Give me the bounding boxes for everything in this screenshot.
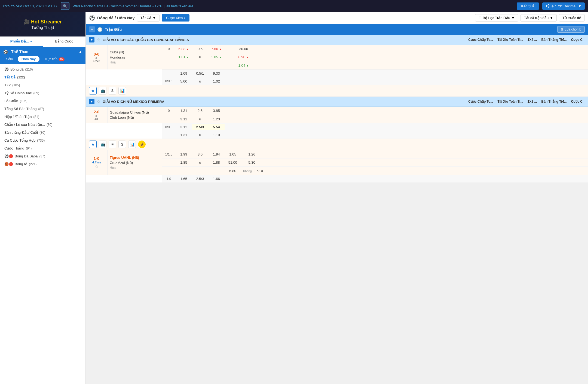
ou-051[interactable]: 0.5/1 [192,70,208,77]
ou-g253[interactable]: 2.5/3 [192,124,208,130]
time-tab-som[interactable]: Sớm [2,56,17,62]
team-guadalajara[interactable]: Guadalajara Chivas (Nữ) [110,110,160,115]
odds-g312[interactable]: 3.12 [176,116,192,122]
sidebar-item-le-chan[interactable]: Lẻ/Chẵn (106) [0,97,85,105]
sidebar-item-ca-cuoc-tong-hop[interactable]: Cá Cược Tổng Hợp (735) [0,136,85,144]
sidebar-item-bong-ro[interactable]: 🏀🔴 Bóng rổ (221) [0,160,85,168]
ou-05[interactable]: 0.5 [192,46,208,52]
ou-t253[interactable]: 2.5/3 [192,176,208,182]
odds-t199[interactable]: 1.99 [176,151,192,157]
odds-t166[interactable]: 1.66 [208,176,225,182]
team-cruzazul[interactable]: Cruz Azul (Nữ) [110,160,160,165]
sidebar-item-chan-le-nua-tran[interactable]: Chẵn / Lẻ của Nửa trận... (80) [0,121,85,129]
section-concacaf: ▼ ☆ GIẢI VÔ ĐỊCH CÁC QUỐC GIA CONCACAF B… [86,35,588,96]
ty-le-cuoc-dropdown[interactable]: Tỷ lệ cược Decimal ▼ [542,2,585,10]
odds-109[interactable]: 1.09 [176,70,192,77]
odds-500[interactable]: 5.00 [176,78,192,84]
ou-u2[interactable]: u [192,78,208,84]
odds-t-nkhong[interactable]: Không ... 7.10 [241,168,265,174]
team-honduras[interactable]: Honduras [110,55,160,60]
odds-688[interactable]: 6.88 ▲ [176,46,192,52]
match-time-tigres: H.Time [92,161,101,164]
odds-g110[interactable]: 1.10 [208,132,225,138]
match-star-tigres[interactable]: ☆ [95,164,99,169]
sidebar-item-1x2[interactable]: 1X2 (105) [0,81,85,89]
section-collapse-btn[interactable]: ▼ [89,37,94,42]
sidebar-item-tong-so-ban-thang[interactable]: Tổng Số Bàn Thắng (87) [0,105,85,113]
tab-phieu-dat[interactable]: Phiếu Đặ... ▼ [0,36,43,47]
odds-104[interactable]: 1.04 ▼ [233,62,255,69]
odds-t105[interactable]: 1.05 [225,151,241,157]
team-leon[interactable]: Club Leon (Nữ) [110,115,160,120]
action-tv-btn[interactable]: 📺 [99,87,106,95]
odds-690[interactable]: 6.90 ▲ [233,54,255,60]
main-content: ⚽ Bóng đá / Hôm Nay Tất Cả ▼ Cược Xiên ›… [86,12,588,384]
odds-102[interactable]: 1.02 [208,78,225,84]
sidebar-item-hiep1[interactable]: Hiệp 1/Toàn Trận (81) [0,113,85,121]
action-coin-btn[interactable]: 💰 [138,141,146,148]
tab-bang-cuoc[interactable]: Bảng Cược [43,36,85,47]
lua-chon-button[interactable]: ⊟ Lựa chọn b [557,26,585,33]
action-star-btn[interactable]: ★ [89,87,97,95]
handicap-0[interactable]: 0 [162,46,176,52]
ou-gu2[interactable]: u [192,132,208,138]
sidebar-item-ban-thang-dau-cuoi[interactable]: Bàn thắng Đầu/ Cuối (80) [0,129,85,136]
team-cuba[interactable]: Cuba (N) [110,50,160,55]
odds-g3122[interactable]: 3.12 [176,124,192,130]
action-dollar2-btn[interactable]: $ [118,141,126,148]
odds-g131[interactable]: 1.31 [176,108,192,114]
sidebar-item-cuoc-thang[interactable]: Cược Thắng (94) [0,144,85,152]
ou-tu[interactable]: u [192,159,208,166]
odds-g554[interactable]: 5.54 [208,124,225,130]
time-tab-hom-nay[interactable]: Hôm Nay [18,56,39,62]
tat-ca-tran-dau-button[interactable]: Tất cả trận đấu ▼ [520,14,557,22]
odds-g1312[interactable]: 1.31 [176,132,192,138]
collapse-icon[interactable]: ▲ [78,50,82,54]
tu-truoc-de-button[interactable]: Từ trước đề [559,14,585,22]
odds-t165[interactable]: 1.65 [176,176,192,182]
odds-t530[interactable]: 5.30 [241,159,263,166]
handicap-t115[interactable]: 1/1.5 [162,151,176,157]
odds-t126[interactable]: 1.26 [241,151,263,157]
search-button[interactable]: 🔍 [61,2,69,10]
ou-g25[interactable]: 2.5 [192,108,208,114]
odds-101[interactable]: 1.01 ▼ [176,54,192,60]
odds-g385[interactable]: 3.85 [208,108,225,114]
time-tab-truc-tiep[interactable]: Trực tiếp 87 [41,56,68,62]
odds-933[interactable]: 9.33 [208,70,225,77]
ou-t30[interactable]: 3.0 [192,151,208,157]
clock-icon: 🕐 [97,27,103,32]
bo-loc-tran-dau-button[interactable]: ⊟ Bộ Lọc Trận Đấu ▼ [475,14,518,22]
odds-105[interactable]: 1.05 ▼ [208,54,225,60]
sidebar-item-tat-ca[interactable]: Tất Cả (122) [0,73,85,81]
odds-t194[interactable]: 1.94 [208,151,225,157]
section2-collapse-btn[interactable]: ▼ [89,99,94,104]
ou-gu[interactable]: u [192,116,208,122]
odds-t5100[interactable]: 51.00 [225,159,241,166]
cuoc-xien-button[interactable]: Cược Xiên › [162,14,189,22]
tat-ca-filter-button[interactable]: Tất Cả ▼ [137,14,160,22]
action-chart-btn[interactable]: 📊 [118,87,126,95]
action-dollar-btn[interactable]: $ [109,87,116,95]
action-chart2-btn[interactable]: 📊 [128,141,136,148]
match-guadalajara-leon: 2-0 2H43' Guadalajara Chivas (Nữ) Club L… [86,107,588,150]
section-star[interactable]: ☆ [97,37,100,42]
odds-t185[interactable]: 1.85 [176,159,192,166]
odds-t680[interactable]: 6.80 [225,168,241,174]
sidebar-item-bong-da-saba[interactable]: ⚽🔴 Bóng Đá Saba (37) [0,152,85,160]
sidebar-item-ty-so-chinh-xac[interactable]: Tỷ Số Chính Xác (89) [0,89,85,97]
ou-u1[interactable]: u [192,54,208,60]
sidebar-item-bong-da[interactable]: ⚽ Bóng đá (216) [0,65,85,73]
tran-dau-collapse-btn[interactable]: ▼ [89,26,95,32]
action-stream-btn[interactable]: ≡ [109,141,116,148]
team-tigres[interactable]: Tigres UANL (Nữ) [110,155,160,160]
action-star2-btn[interactable]: ★ [89,141,97,148]
odds-3000[interactable]: 30.00 [233,46,255,52]
handicap-g0[interactable]: 0 [162,108,176,114]
section2-star[interactable]: ☆ [97,99,100,104]
odds-g123[interactable]: 1.23 [208,116,225,122]
odds-766[interactable]: 7.66 ▲ [208,46,225,52]
ket-qua-button[interactable]: Kết Quả [517,2,539,10]
action-tv2-btn[interactable]: 📺 [99,141,106,148]
odds-t188[interactable]: 1.88 [208,159,225,166]
